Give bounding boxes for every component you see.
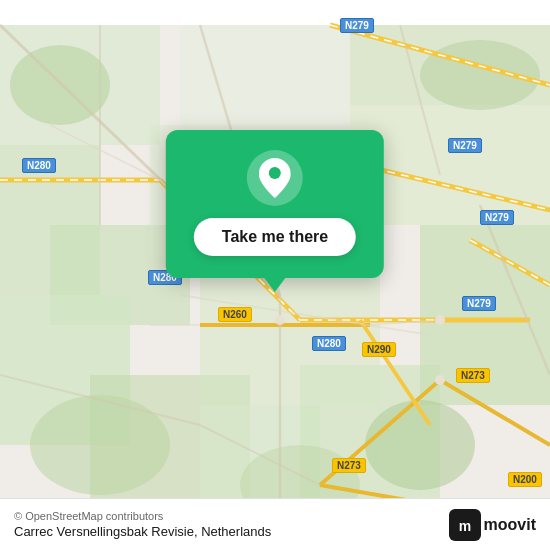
bottom-bar: © OpenStreetMap contributors Carrec Vers… <box>0 498 550 550</box>
road-label-n273-2: N273 <box>332 458 366 473</box>
location-popup: Take me there <box>166 130 384 278</box>
svg-point-49 <box>275 315 285 325</box>
svg-point-50 <box>435 315 445 325</box>
map-container: N279 N279 N279 N279 N280 N280 N280 N260 … <box>0 0 550 550</box>
location-icon-wrapper <box>247 150 303 206</box>
svg-text:m: m <box>458 518 470 534</box>
road-label-n279-3: N279 <box>480 210 514 225</box>
moovit-logo-text: moovit <box>484 516 536 534</box>
svg-point-17 <box>30 395 170 495</box>
location-pin-icon <box>259 158 291 198</box>
road-label-n279-4: N279 <box>462 296 496 311</box>
road-label-n290: N290 <box>362 342 396 357</box>
attribution-text: © OpenStreetMap contributors <box>14 510 271 522</box>
svg-point-52 <box>269 167 281 179</box>
road-label-n273-1: N273 <box>456 368 490 383</box>
moovit-icon: m <box>449 509 481 541</box>
road-label-n280-1: N280 <box>22 158 56 173</box>
svg-point-14 <box>10 45 110 125</box>
take-me-there-button[interactable]: Take me there <box>194 218 356 256</box>
moovit-logo: m moovit <box>449 509 536 541</box>
svg-point-51 <box>435 375 445 385</box>
road-label-n279-2: N279 <box>448 138 482 153</box>
road-label-n280-3: N280 <box>312 336 346 351</box>
road-label-n279-1: N279 <box>340 18 374 33</box>
road-label-n260: N260 <box>218 307 252 322</box>
road-label-n273-3: N200 <box>508 472 542 487</box>
location-name: Carrec Versnellingsbak Revisie, Netherla… <box>14 524 271 539</box>
